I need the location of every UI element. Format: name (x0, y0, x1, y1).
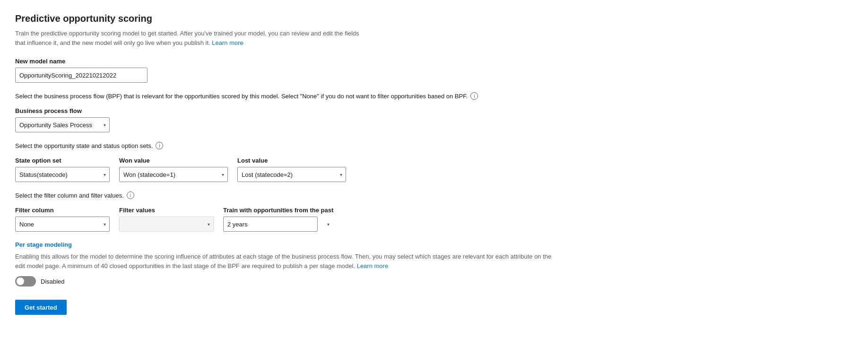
filter-instruction-text: Select the filter column and filter valu… (15, 192, 124, 199)
state-instruction-text: Select the opportunity state and status … (15, 142, 153, 149)
lost-value-label: Lost value (237, 157, 346, 164)
won-value-label: Won value (119, 157, 228, 164)
won-value-select[interactable]: Won (statecode=1) Open (statecode=0) Los… (119, 167, 228, 182)
filter-fields-row: Filter column None ▾ Filter values ▾ Tra… (15, 207, 552, 232)
bpf-instruction-text: Select the business process flow (BPF) t… (15, 93, 468, 100)
won-value-wrapper: Won (statecode=1) Open (statecode=0) Los… (119, 167, 228, 182)
state-info-icon[interactable]: i (156, 142, 163, 149)
per-stage-learn-more-link[interactable]: Learn more (357, 262, 388, 269)
bpf-label: Business process flow (15, 107, 552, 114)
state-option-set-select[interactable]: Status(statecode) Open Won Lost (15, 167, 110, 182)
filter-column-label: Filter column (15, 207, 110, 214)
bpf-select[interactable]: Opportunity Sales Process None (15, 117, 110, 132)
per-stage-title: Per stage modeling (15, 241, 552, 248)
get-started-button[interactable]: Get started (15, 300, 67, 315)
train-with-chevron-icon: ▾ (327, 222, 330, 227)
train-with-wrapper: 2 years 1 year 3 years 4 years 5 years ▾ (223, 217, 333, 232)
page-description: Train the predictive opportunity scoring… (15, 29, 365, 47)
bpf-select-wrapper: Opportunity Sales Process None ▾ (15, 117, 110, 132)
per-stage-section: Per stage modeling Enabling this allows … (15, 241, 552, 287)
filter-values-select[interactable] (119, 217, 214, 232)
page-title: Predictive opportunity scoring (15, 13, 552, 24)
per-stage-toggle[interactable] (15, 276, 36, 287)
toggle-track (15, 276, 36, 287)
filter-info-icon[interactable]: i (127, 191, 134, 199)
state-option-set-label: State option set (15, 157, 110, 164)
toggle-thumb (17, 278, 24, 285)
description-text: Train the predictive opportunity scoring… (15, 30, 359, 46)
model-name-label: New model name (15, 58, 552, 65)
model-name-section: New model name (15, 58, 552, 83)
per-stage-toggle-label: Disabled (41, 278, 65, 285)
learn-more-link[interactable]: Learn more (212, 39, 243, 46)
train-with-group: Train with opportunities from the past 2… (223, 207, 333, 232)
filter-instruction: Select the filter column and filter valu… (15, 191, 552, 199)
per-stage-description: Enabling this allows for the model to de… (15, 252, 552, 270)
per-stage-toggle-row: Disabled (15, 276, 552, 287)
lost-value-wrapper: Lost (statecode=2) Open (statecode=0) Wo… (237, 167, 346, 182)
train-with-label: Train with opportunities from the past (223, 207, 333, 214)
state-fields-row: State option set Status(statecode) Open … (15, 157, 552, 182)
train-with-select[interactable]: 2 years 1 year 3 years 4 years 5 years (223, 217, 318, 232)
state-option-set-wrapper: Status(statecode) Open Won Lost ▾ (15, 167, 110, 182)
actions-row: Get started (15, 300, 552, 315)
filter-values-label: Filter values (119, 207, 214, 214)
state-option-set-group: State option set Status(statecode) Open … (15, 157, 110, 182)
lost-value-group: Lost value Lost (statecode=2) Open (stat… (237, 157, 346, 182)
filter-column-select[interactable]: None (15, 217, 110, 232)
model-name-input[interactable] (15, 68, 148, 83)
won-value-group: Won value Won (statecode=1) Open (statec… (119, 157, 228, 182)
bpf-info-icon[interactable]: i (470, 92, 478, 100)
state-instruction: Select the opportunity state and status … (15, 142, 552, 149)
filter-values-wrapper: ▾ (119, 217, 214, 232)
filter-values-group: Filter values ▾ (119, 207, 214, 232)
filter-column-wrapper: None ▾ (15, 217, 110, 232)
page-container: Predictive opportunity scoring Train the… (0, 0, 567, 330)
bpf-instruction: Select the business process flow (BPF) t… (15, 92, 552, 100)
per-stage-description-text: Enabling this allows for the model to de… (15, 253, 551, 269)
filter-column-group: Filter column None ▾ (15, 207, 110, 232)
lost-value-select[interactable]: Lost (statecode=2) Open (statecode=0) Wo… (237, 167, 346, 182)
bpf-section: Business process flow Opportunity Sales … (15, 107, 552, 132)
